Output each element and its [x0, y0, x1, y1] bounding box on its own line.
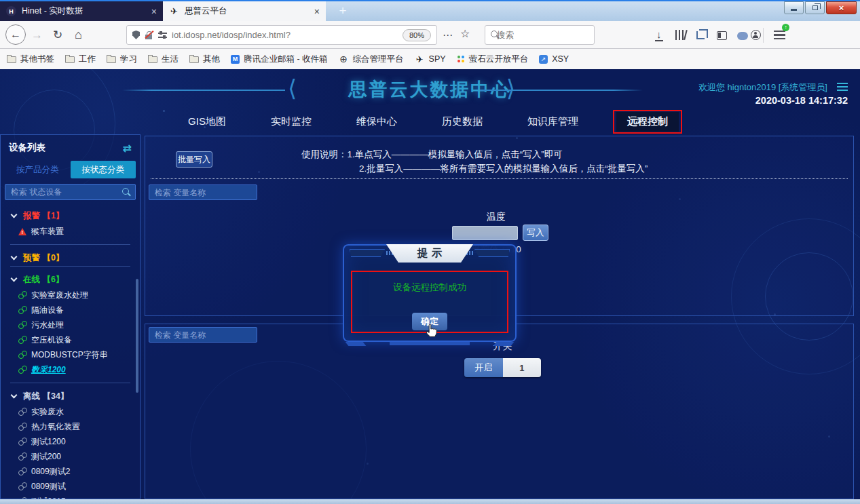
bookmark-item[interactable]: 工作: [65, 54, 96, 65]
device-name: 空压机设备: [31, 334, 72, 346]
link-online-icon: [18, 321, 26, 329]
tab-close-icon[interactable]: [314, 6, 320, 17]
link-offline-icon: [18, 467, 26, 476]
browser-search-box[interactable]: [485, 25, 595, 45]
browser-tab-hinet[interactable]: Hinet - 实时数据: [0, 1, 163, 21]
variable-search-input[interactable]: [149, 185, 257, 200]
device-item[interactable]: 0809测试: [10, 479, 130, 494]
library-icon[interactable]: [675, 30, 685, 40]
device-group-header[interactable]: 离线 【34】: [10, 389, 130, 403]
switch-toggle[interactable]: 开启 1: [464, 358, 541, 377]
bookmark-item[interactable]: 腾讯企业邮箱 - 收件箱: [231, 54, 328, 65]
reload-button[interactable]: [53, 29, 62, 41]
sidebar-tab-by-status[interactable]: 按状态分类: [71, 161, 136, 178]
device-name: 隔油设备: [31, 305, 64, 316]
plane-icon: [415, 54, 425, 64]
connection-settings-icon[interactable]: [158, 31, 167, 39]
switch-on-button[interactable]: 开启: [464, 358, 503, 377]
nav-tab-知识库管理[interactable]: 知识库管理: [521, 112, 585, 132]
forward-button[interactable]: [31, 29, 43, 41]
link-offline-icon: [18, 408, 26, 416]
group-count: 【6】: [40, 274, 64, 286]
device-item[interactable]: 测试0815: [10, 494, 130, 499]
menu-list-icon[interactable]: [837, 83, 848, 91]
chat-icon[interactable]: [737, 32, 748, 40]
chevron-down-icon: [11, 275, 18, 282]
device-item[interactable]: 空压机设备: [10, 332, 130, 347]
menu-icon[interactable]: [774, 31, 785, 39]
restore-button[interactable]: [805, 1, 825, 14]
insecure-lock-icon[interactable]: [145, 31, 153, 39]
device-item[interactable]: 测试200: [10, 449, 130, 464]
datetime-text: 2020-03-18 14:17:32: [755, 95, 848, 106]
active-window-accent-line: [0, 0, 860, 1]
bookmark-item[interactable]: 其他书签: [7, 54, 54, 65]
device-group: 预警 【0】: [10, 244, 130, 266]
switch-value[interactable]: 1: [503, 358, 542, 377]
device-item[interactable]: 污水处理: [10, 317, 130, 332]
zoom-level-badge[interactable]: 80%: [403, 29, 431, 41]
browser-search-input[interactable]: [496, 30, 607, 41]
sidebar-scrollbar[interactable]: [136, 279, 138, 393]
bookmark-star-icon[interactable]: [460, 28, 470, 39]
link-online-icon: [18, 366, 26, 374]
minimize-button[interactable]: [784, 1, 804, 14]
xsy-icon: [539, 55, 548, 64]
bookmark-label: 学习: [120, 54, 137, 65]
downloads-icon[interactable]: [655, 28, 663, 41]
device-group-header[interactable]: 预警 【0】: [10, 251, 130, 265]
nav-tab-维保中心[interactable]: 维保中心: [350, 112, 404, 132]
device-item[interactable]: 0809测试2: [10, 464, 130, 479]
device-name: 0809测试: [31, 481, 66, 492]
tracking-shield-icon[interactable]: [132, 31, 140, 39]
sidebar-title: 设备列表: [9, 142, 123, 154]
swap-icon[interactable]: [123, 142, 132, 155]
bookmark-item[interactable]: SPY: [415, 54, 446, 64]
nav-tab-历史数据[interactable]: 历史数据: [435, 112, 489, 132]
device-item[interactable]: 实验废水: [10, 404, 130, 419]
device-group-header[interactable]: 报警 【1】: [10, 209, 140, 222]
bookmark-item[interactable]: XSY: [539, 54, 569, 64]
device-item[interactable]: 隔油设备: [10, 303, 130, 317]
url-text[interactable]: iot.idosp.net/idosp/index.html?: [172, 30, 398, 40]
device-search-input[interactable]: [5, 184, 136, 200]
variable-search-input[interactable]: [149, 327, 257, 343]
tab-title: 思普云平台: [185, 5, 310, 17]
temperature-input[interactable]: [452, 226, 518, 240]
browser-tab-sipu[interactable]: 思普云平台: [163, 1, 326, 21]
device-item[interactable]: 实验室废水处理: [10, 288, 130, 303]
device-item[interactable]: MODBUSTCP字符串: [10, 347, 130, 362]
back-button[interactable]: [5, 24, 26, 45]
device-item[interactable]: 数采1200: [10, 362, 130, 377]
home-button[interactable]: [75, 28, 82, 41]
device-group-header[interactable]: 在线 【6】: [10, 273, 130, 286]
url-bar[interactable]: iot.idosp.net/idosp/index.html? 80%: [126, 25, 437, 45]
bookmark-item[interactable]: 生活: [148, 54, 179, 65]
write-button[interactable]: 写入: [523, 225, 548, 241]
page-actions-icon[interactable]: [443, 30, 453, 40]
screenshot-icon[interactable]: [696, 31, 705, 39]
variable-search-box: [149, 327, 257, 343]
device-item[interactable]: 猴车装置: [10, 224, 140, 239]
restore-icon: [812, 5, 818, 10]
new-tab-button[interactable]: +: [334, 2, 352, 19]
nav-tab-远程控制[interactable]: 远程控制: [616, 112, 679, 132]
device-item[interactable]: 测试1200: [10, 434, 130, 449]
bookmark-item[interactable]: 学习: [107, 54, 137, 65]
batch-write-button[interactable]: 批量写入: [176, 151, 212, 168]
bookmark-item[interactable]: 其他: [189, 54, 220, 65]
nav-tab-GIS地图[interactable]: GIS地图: [181, 112, 233, 132]
account-icon[interactable]: [751, 30, 761, 40]
device-name: 测试200: [31, 451, 61, 463]
link-offline-icon: [18, 438, 26, 446]
device-group: 在线 【6】实验室废水处理隔油设备污水处理空压机设备MODBUSTCP字符串数采…: [10, 266, 130, 383]
bookmark-item[interactable]: 萤石云开放平台: [457, 54, 529, 65]
tab-close-icon[interactable]: [151, 6, 157, 17]
device-name: 实验室废水处理: [31, 290, 88, 301]
sidebars-icon[interactable]: [717, 31, 727, 40]
nav-tab-实时监控[interactable]: 实时监控: [264, 112, 318, 132]
bookmark-item[interactable]: 综合管理平台: [339, 54, 404, 65]
close-window-button[interactable]: [826, 1, 857, 14]
sidebar-tab-by-product[interactable]: 按产品分类: [5, 161, 71, 178]
device-item[interactable]: 热力氧化装置: [10, 419, 130, 434]
